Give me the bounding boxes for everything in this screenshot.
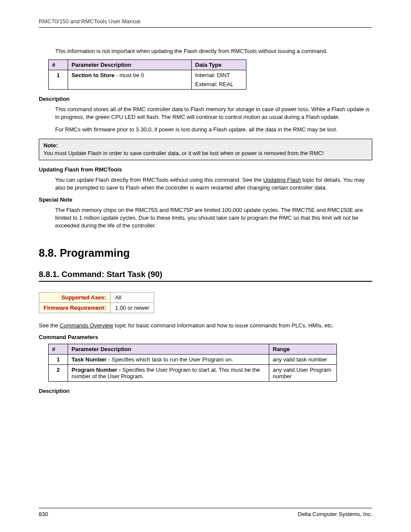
- description-heading: Description: [39, 96, 372, 102]
- page-footer: 830 Delta Computer Systems, Inc.: [39, 508, 372, 517]
- running-header: RMC70/150 and RMCTools User Manual: [39, 18, 372, 28]
- note-box: Note: You must Update Flash in order to …: [39, 139, 372, 160]
- see-paragraph: See the Commands Overview topic for basi…: [39, 322, 372, 330]
- description2-heading: Description: [39, 388, 372, 394]
- table-row: 1 Task Number - Specifies which task to …: [49, 355, 337, 365]
- parameter-table-1: # Parameter Description Data Type 1 Sect…: [48, 59, 246, 90]
- subsection-heading: 8.8.1. Command: Start Task (90): [39, 270, 372, 282]
- firmware-req-label: Firmware Requirement:: [39, 303, 111, 313]
- intro-paragraph: This information is not important when u…: [55, 47, 372, 55]
- th-desc: Parameter Description: [68, 344, 269, 355]
- table-row: 1 Section to Store - must be 0 Internal:…: [49, 70, 246, 90]
- updating-heading: Updating Flash from RMCTools: [39, 166, 372, 173]
- th-num: #: [49, 344, 68, 355]
- cell-num: 2: [49, 365, 68, 382]
- special-note-heading: Special Note: [39, 196, 372, 203]
- note-label: Note:: [44, 142, 367, 149]
- th-range: Range: [269, 344, 337, 355]
- cell-desc: Program Number - Specifies the User Prog…: [68, 365, 269, 382]
- updating-paragraph: You can update Flash directly from RMCTo…: [55, 176, 372, 192]
- commands-overview-link[interactable]: Commands Overview: [59, 322, 113, 329]
- page: RMC70/150 and RMCTools User Manual This …: [0, 0, 411, 532]
- company-name: Delta Computer Systems, Inc.: [298, 511, 372, 517]
- supported-axes-label: Supported Axes:: [39, 292, 111, 303]
- cell-num: 1: [49, 355, 68, 365]
- firmware-req-value: 1.00 or newer: [111, 303, 154, 313]
- cell-range: any valid task number: [269, 355, 337, 365]
- cell-desc: Task Number - Specifies which task to ru…: [68, 355, 269, 365]
- page-number: 830: [39, 511, 48, 517]
- cell-range: any valid User Program number: [269, 365, 337, 382]
- table-row: 2 Program Number - Specifies the User Pr…: [49, 365, 337, 382]
- cell-type: Internal: DINT External: REAL: [192, 70, 246, 90]
- description-p2: For RMCs with firmware prior to 3.30.0, …: [55, 126, 372, 134]
- th-num: #: [49, 60, 68, 70]
- command-info-table: Supported Axes: All Firmware Requirement…: [39, 292, 154, 313]
- section-heading: 8.8. Programming: [39, 247, 372, 259]
- cell-num: 1: [49, 70, 68, 90]
- description-p1: This command stores all of the RMC contr…: [55, 106, 372, 121]
- command-params-heading: Command Parameters: [39, 334, 372, 340]
- updating-flash-link[interactable]: Updating Flash: [263, 177, 301, 183]
- th-type: Data Type: [192, 60, 246, 70]
- cell-desc: Section to Store - must be 0: [68, 70, 192, 90]
- supported-axes-value: All: [111, 292, 154, 303]
- note-text: You must Update Flash in order to save c…: [44, 149, 367, 157]
- th-desc: Parameter Description: [68, 60, 192, 70]
- special-note-paragraph: The Flash memory chips on the RMC75S and…: [55, 206, 372, 230]
- parameter-table-2: # Parameter Description Range 1 Task Num…: [48, 344, 337, 382]
